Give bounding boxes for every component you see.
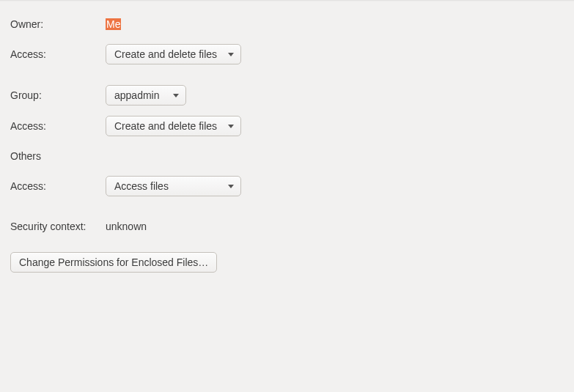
group-access-value: Create and delete files — [114, 120, 217, 132]
security-context-value: unknown — [106, 221, 147, 232]
group-label: Group: — [10, 89, 106, 101]
owner-value: Me — [106, 18, 121, 30]
change-enclosed-label: Change Permissions for Enclosed Files… — [19, 256, 208, 268]
owner-access-value: Create and delete files — [114, 48, 217, 60]
others-label: Others — [10, 150, 106, 162]
owner-value-wrap: Me — [106, 18, 121, 30]
group-access-dropdown[interactable]: Create and delete files — [106, 116, 241, 136]
chevron-down-icon — [173, 94, 179, 97]
owner-row: Owner: Me — [10, 15, 564, 34]
group-dropdown[interactable]: appadmin — [106, 85, 186, 106]
group-value: appadmin — [114, 89, 160, 101]
group-access-label: Access: — [10, 120, 106, 132]
chevron-down-icon — [228, 125, 234, 128]
permissions-panel: Owner: Me Access: Create and delete file… — [0, 1, 574, 286]
owner-access-dropdown[interactable]: Create and delete files — [106, 44, 241, 64]
security-context-label: Security context: — [10, 221, 106, 232]
security-context-row: Security context: unknown — [10, 217, 564, 236]
change-enclosed-button[interactable]: Change Permissions for Enclosed Files… — [10, 252, 217, 273]
chevron-down-icon — [228, 185, 234, 188]
others-header-row: Others — [10, 147, 564, 166]
owner-label: Owner: — [10, 18, 106, 30]
others-access-label: Access: — [10, 180, 106, 192]
group-row: Group: appadmin — [10, 85, 564, 106]
others-access-dropdown[interactable]: Access files — [106, 176, 241, 196]
owner-access-label: Access: — [10, 48, 106, 60]
chevron-down-icon — [228, 53, 234, 56]
others-access-row: Access: Access files — [10, 176, 564, 196]
others-access-value: Access files — [114, 180, 169, 192]
group-access-row: Access: Create and delete files — [10, 116, 564, 136]
owner-access-row: Access: Create and delete files — [10, 44, 564, 64]
